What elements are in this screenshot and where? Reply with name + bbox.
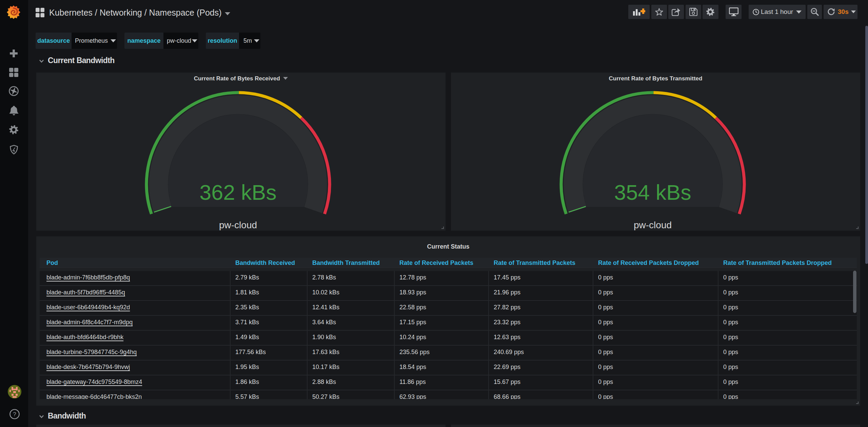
- svg-text:362 kBs: 362 kBs: [199, 180, 277, 204]
- svg-text:?: ?: [13, 411, 16, 418]
- svg-text:pw-cloud: pw-cloud: [219, 220, 257, 230]
- svg-text:354 kBs: 354 kBs: [614, 180, 691, 204]
- svg-text:pw-cloud: pw-cloud: [634, 220, 672, 230]
